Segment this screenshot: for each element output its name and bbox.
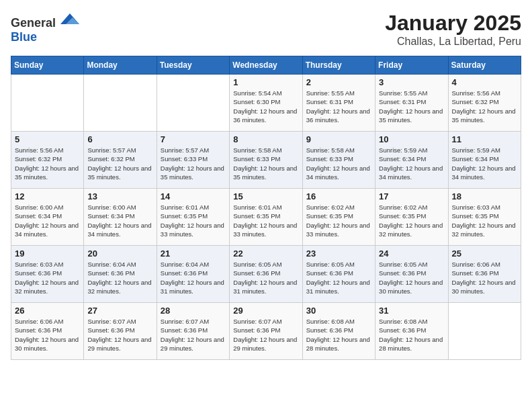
day-info: Sunrise: 5:56 AM Sunset: 6:32 PM Dayligh… (15, 146, 80, 181)
day-number: 28 (161, 306, 226, 316)
day-cell: 12Sunrise: 6:00 AM Sunset: 6:34 PM Dayli… (11, 189, 84, 246)
day-info: Sunrise: 6:06 AM Sunset: 6:36 PM Dayligh… (452, 260, 517, 295)
day-cell: 24Sunrise: 6:05 AM Sunset: 6:36 PM Dayli… (375, 246, 448, 303)
weekday-header-saturday: Saturday (448, 56, 521, 75)
week-row-2: 5Sunrise: 5:56 AM Sunset: 6:32 PM Daylig… (11, 132, 521, 189)
weekday-header-wednesday: Wednesday (230, 56, 302, 75)
day-number: 9 (306, 134, 371, 144)
day-cell: 27Sunrise: 6:07 AM Sunset: 6:36 PM Dayli… (84, 303, 157, 360)
logo-general: General (11, 16, 56, 30)
day-cell: 11Sunrise: 5:59 AM Sunset: 6:34 PM Dayli… (448, 132, 521, 189)
day-cell: 8Sunrise: 5:58 AM Sunset: 6:33 PM Daylig… (230, 132, 302, 189)
day-cell (157, 75, 229, 132)
day-cell: 21Sunrise: 6:04 AM Sunset: 6:36 PM Dayli… (157, 246, 229, 303)
day-info: Sunrise: 6:08 AM Sunset: 6:36 PM Dayligh… (306, 317, 371, 353)
logo-text: General Blue (11, 11, 79, 44)
day-info: Sunrise: 6:05 AM Sunset: 6:36 PM Dayligh… (379, 260, 444, 295)
day-number: 16 (306, 191, 371, 201)
day-number: 6 (87, 134, 152, 144)
day-number: 24 (379, 248, 444, 259)
day-cell: 4Sunrise: 5:56 AM Sunset: 6:32 PM Daylig… (448, 75, 521, 132)
day-number: 17 (379, 191, 444, 201)
day-info: Sunrise: 6:07 AM Sunset: 6:36 PM Dayligh… (161, 317, 226, 353)
day-number: 4 (452, 77, 517, 87)
day-cell: 28Sunrise: 6:07 AM Sunset: 6:36 PM Dayli… (157, 303, 229, 360)
day-cell: 10Sunrise: 5:59 AM Sunset: 6:34 PM Dayli… (375, 132, 448, 189)
logo: General Blue (11, 11, 79, 44)
day-cell: 9Sunrise: 5:58 AM Sunset: 6:33 PM Daylig… (302, 132, 375, 189)
day-cell: 30Sunrise: 6:08 AM Sunset: 6:36 PM Dayli… (302, 303, 375, 360)
day-number: 2 (306, 77, 371, 87)
day-number: 7 (161, 134, 226, 144)
day-info: Sunrise: 5:58 AM Sunset: 6:33 PM Dayligh… (233, 146, 298, 181)
day-cell (84, 75, 157, 132)
weekday-header-monday: Monday (84, 56, 157, 75)
day-cell: 18Sunrise: 6:03 AM Sunset: 6:35 PM Dayli… (448, 189, 521, 246)
day-info: Sunrise: 6:04 AM Sunset: 6:36 PM Dayligh… (87, 260, 152, 295)
day-info: Sunrise: 6:04 AM Sunset: 6:36 PM Dayligh… (161, 260, 226, 295)
day-number: 31 (379, 306, 444, 316)
day-cell: 6Sunrise: 5:57 AM Sunset: 6:32 PM Daylig… (84, 132, 157, 189)
week-row-5: 26Sunrise: 6:06 AM Sunset: 6:36 PM Dayli… (11, 303, 521, 360)
title-section: January 2025 Challas, La Libertad, Peru (385, 11, 521, 48)
day-cell: 29Sunrise: 6:07 AM Sunset: 6:36 PM Dayli… (230, 303, 302, 360)
day-cell: 15Sunrise: 6:01 AM Sunset: 6:35 PM Dayli… (230, 189, 302, 246)
day-info: Sunrise: 6:06 AM Sunset: 6:36 PM Dayligh… (15, 317, 80, 353)
day-cell: 3Sunrise: 5:55 AM Sunset: 6:31 PM Daylig… (375, 75, 448, 132)
day-info: Sunrise: 5:58 AM Sunset: 6:33 PM Dayligh… (306, 146, 371, 181)
day-cell: 5Sunrise: 5:56 AM Sunset: 6:32 PM Daylig… (11, 132, 84, 189)
day-number: 29 (233, 306, 298, 316)
logo-blue: Blue (11, 30, 37, 44)
day-info: Sunrise: 6:07 AM Sunset: 6:36 PM Dayligh… (87, 317, 152, 353)
day-info: Sunrise: 5:55 AM Sunset: 6:31 PM Dayligh… (379, 89, 444, 124)
page-header: General Blue January 2025 Challas, La Li… (11, 11, 521, 48)
day-info: Sunrise: 5:59 AM Sunset: 6:34 PM Dayligh… (452, 146, 517, 181)
day-number: 8 (233, 134, 298, 144)
day-number: 5 (15, 134, 80, 144)
day-number: 14 (161, 191, 226, 201)
day-number: 30 (306, 306, 371, 316)
day-number: 10 (379, 134, 444, 144)
day-number: 3 (379, 77, 444, 87)
day-info: Sunrise: 6:03 AM Sunset: 6:36 PM Dayligh… (15, 260, 80, 295)
day-info: Sunrise: 6:05 AM Sunset: 6:36 PM Dayligh… (306, 260, 371, 295)
day-number: 12 (15, 191, 80, 201)
day-info: Sunrise: 6:00 AM Sunset: 6:34 PM Dayligh… (87, 203, 152, 238)
weekday-header-row: SundayMondayTuesdayWednesdayThursdayFrid… (11, 56, 521, 75)
day-cell: 31Sunrise: 6:08 AM Sunset: 6:36 PM Dayli… (375, 303, 448, 360)
day-cell: 16Sunrise: 6:02 AM Sunset: 6:35 PM Dayli… (302, 189, 375, 246)
day-info: Sunrise: 5:55 AM Sunset: 6:31 PM Dayligh… (306, 89, 371, 124)
day-info: Sunrise: 6:00 AM Sunset: 6:34 PM Dayligh… (15, 203, 80, 238)
logo-icon (60, 11, 79, 27)
day-number: 21 (161, 248, 226, 259)
day-info: Sunrise: 6:02 AM Sunset: 6:35 PM Dayligh… (306, 203, 371, 238)
day-info: Sunrise: 6:07 AM Sunset: 6:36 PM Dayligh… (233, 317, 298, 353)
day-cell: 19Sunrise: 6:03 AM Sunset: 6:36 PM Dayli… (11, 246, 84, 303)
day-number: 1 (233, 77, 298, 87)
day-cell: 22Sunrise: 6:05 AM Sunset: 6:36 PM Dayli… (230, 246, 302, 303)
day-info: Sunrise: 6:01 AM Sunset: 6:35 PM Dayligh… (161, 203, 226, 238)
day-info: Sunrise: 5:57 AM Sunset: 6:32 PM Dayligh… (87, 146, 152, 181)
day-cell: 13Sunrise: 6:00 AM Sunset: 6:34 PM Dayli… (84, 189, 157, 246)
day-cell: 2Sunrise: 5:55 AM Sunset: 6:31 PM Daylig… (302, 75, 375, 132)
day-info: Sunrise: 5:57 AM Sunset: 6:33 PM Dayligh… (161, 146, 226, 181)
day-info: Sunrise: 6:03 AM Sunset: 6:35 PM Dayligh… (452, 203, 517, 238)
day-number: 25 (452, 248, 517, 259)
day-info: Sunrise: 6:05 AM Sunset: 6:36 PM Dayligh… (233, 260, 298, 295)
weekday-header-tuesday: Tuesday (157, 56, 229, 75)
day-cell: 25Sunrise: 6:06 AM Sunset: 6:36 PM Dayli… (448, 246, 521, 303)
month-title: January 2025 (385, 11, 521, 36)
day-cell: 20Sunrise: 6:04 AM Sunset: 6:36 PM Dayli… (84, 246, 157, 303)
day-number: 18 (452, 191, 517, 201)
day-info: Sunrise: 5:59 AM Sunset: 6:34 PM Dayligh… (379, 146, 444, 181)
day-number: 22 (233, 248, 298, 259)
day-cell: 23Sunrise: 6:05 AM Sunset: 6:36 PM Dayli… (302, 246, 375, 303)
day-info: Sunrise: 6:08 AM Sunset: 6:36 PM Dayligh… (379, 317, 444, 353)
day-info: Sunrise: 6:02 AM Sunset: 6:35 PM Dayligh… (379, 203, 444, 238)
day-number: 19 (15, 248, 80, 259)
location-title: Challas, La Libertad, Peru (385, 36, 521, 48)
day-number: 23 (306, 248, 371, 259)
day-number: 26 (15, 306, 80, 316)
weekday-header-friday: Friday (375, 56, 448, 75)
week-row-4: 19Sunrise: 6:03 AM Sunset: 6:36 PM Dayli… (11, 246, 521, 303)
